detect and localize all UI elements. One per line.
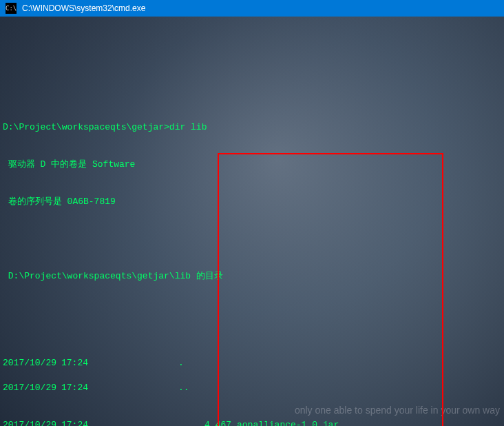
entry-date: 2017/10/29 (3, 357, 61, 369)
cmd-icon: C:\ (6, 3, 17, 14)
blank-line (3, 307, 501, 320)
serial-line: 卷的序列号是 0A6B-7819 (3, 196, 501, 208)
entry-time: 17:24 (61, 419, 103, 426)
list-item: 2017/10/2917:244,467aopalliance-1.0.jar (3, 419, 501, 426)
dir-entries: 2017/10/2917:24 .2017/10/2917:24 .. (3, 345, 501, 394)
entry-size: 4,467 (161, 419, 237, 426)
command-prompt-window: C:\ C:\WINDOWS\system32\cmd.exe only one… (0, 0, 504, 426)
entry-time: 17:24 (61, 382, 103, 394)
blank-line (3, 233, 501, 245)
terminal-area[interactable]: only one able to spend your life in your… (0, 17, 504, 426)
terminal-output: D:\Project\workspaceqts\getjar>dir lib 驱… (3, 97, 501, 426)
file-entries: 2017/10/2917:244,467aopalliance-1.0.jar2… (3, 419, 501, 426)
titlebar[interactable]: C:\ C:\WINDOWS\system32\cmd.exe (0, 0, 504, 17)
prompt-path: D:\Project\workspaceqts\getjar> (3, 122, 169, 132)
prompt-line: D:\Project\workspaceqts\getjar>dir lib (3, 121, 501, 134)
entry-date: 2017/10/29 (3, 382, 61, 394)
list-item: 2017/10/2917:24 . (3, 345, 501, 369)
dir-marker: .. (103, 369, 161, 394)
prompt-command: dir lib (169, 122, 207, 132)
list-item: 2017/10/2917:24 .. (3, 369, 501, 394)
entry-name: .. (178, 382, 189, 394)
entry-date: 2017/10/29 (3, 419, 61, 426)
entry-name: aopalliance-1.0.jar (237, 419, 339, 426)
volume-line: 驱动器 D 中的卷是 Software (3, 159, 501, 171)
entry-name: . (178, 357, 184, 369)
entry-time: 17:24 (61, 357, 103, 369)
window-title: C:\WINDOWS\system32\cmd.exe (22, 3, 145, 13)
directory-line: D:\Project\workspaceqts\getjar\lib 的目录 (3, 270, 501, 283)
dir-marker: . (103, 345, 161, 369)
